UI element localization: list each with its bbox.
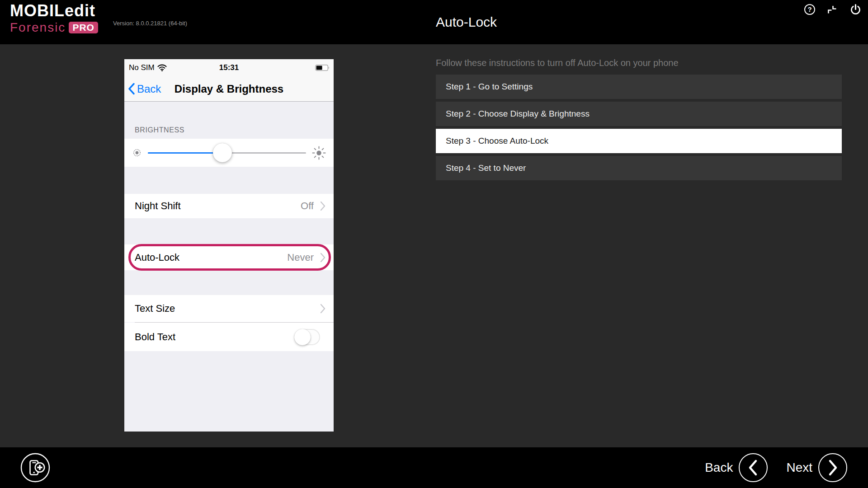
app-header: MOBILedit Forensic PRO Version: 8.0.0.21… xyxy=(0,0,868,44)
section-spacer xyxy=(124,218,334,244)
brightness-high-icon xyxy=(312,146,326,160)
bold-text-row: Bold Text xyxy=(124,323,334,351)
footer-bar: Back Next xyxy=(0,447,868,488)
clock-label: 15:31 xyxy=(124,63,334,72)
step-4-item[interactable]: Step 4 - Set to Never xyxy=(436,156,842,180)
night-shift-label: Night Shift xyxy=(135,200,301,212)
step-3-item-active[interactable]: Step 3 - Choose Auto-Lock xyxy=(436,129,842,153)
logo-forensic: Forensic xyxy=(10,21,66,34)
chevron-left-circle-icon xyxy=(738,453,768,483)
auto-lock-label: Auto-Lock xyxy=(135,252,287,263)
auto-lock-row[interactable]: Auto-Lock Never xyxy=(124,244,334,270)
back-button[interactable] xyxy=(738,453,768,483)
logo-mobiledit: MOBILedit xyxy=(10,3,98,19)
back-button-label: Back xyxy=(705,460,733,475)
brightness-low-icon xyxy=(132,148,142,158)
phone-empty-area xyxy=(124,351,334,432)
next-button[interactable] xyxy=(818,453,848,483)
chevron-right-circle-icon xyxy=(818,453,848,483)
dock-window-icon xyxy=(827,4,838,15)
phone-page-title: Display & Brightness xyxy=(124,83,334,95)
power-button[interactable] xyxy=(849,4,862,16)
brightness-slider-thumb[interactable] xyxy=(213,143,232,162)
instructions-subtitle: Follow these instructions to turn off Au… xyxy=(436,58,679,68)
bold-text-toggle[interactable] xyxy=(294,329,320,345)
page-title: Auto-Lock xyxy=(436,14,497,30)
chevron-right-icon xyxy=(320,253,326,263)
brightness-slider-track[interactable] xyxy=(148,152,306,154)
bold-text-label: Bold Text xyxy=(135,331,294,343)
main-area: No SIM 15:31 xyxy=(0,44,868,447)
text-size-label: Text Size xyxy=(135,303,320,314)
power-icon xyxy=(849,4,862,16)
version-text: Version: 8.0.0.21821 (64-bit) xyxy=(113,20,187,27)
step-2-item[interactable]: Step 2 - Choose Display & Brightness xyxy=(436,102,842,126)
brightness-section-header: BRIGHTNESS xyxy=(124,102,334,139)
phone-status-bar: No SIM 15:31 xyxy=(124,59,334,76)
night-shift-value: Off xyxy=(301,200,314,212)
auto-lock-value: Never xyxy=(287,252,314,263)
text-size-row[interactable]: Text Size xyxy=(124,295,334,322)
app-window: MOBILedit Forensic PRO Version: 8.0.0.21… xyxy=(0,0,868,488)
help-icon: ? xyxy=(804,4,815,15)
dock-window-button[interactable] xyxy=(827,4,838,15)
phone-nav-bar: Back Display & Brightness xyxy=(124,76,334,101)
night-shift-row[interactable]: Night Shift Off xyxy=(124,194,334,218)
section-spacer xyxy=(124,270,334,295)
toggle-knob xyxy=(294,329,311,345)
battery-icon xyxy=(315,65,330,71)
logo-pro-badge: PRO xyxy=(69,22,98,33)
phone-screenshot: No SIM 15:31 xyxy=(124,59,334,432)
section-spacer xyxy=(124,167,334,194)
app-logo: MOBILedit Forensic PRO xyxy=(10,3,98,34)
add-phone-icon xyxy=(20,452,51,483)
next-button-label: Next xyxy=(786,460,812,475)
chevron-right-icon xyxy=(320,304,326,314)
brightness-slider-row xyxy=(124,139,334,167)
add-phone-button[interactable] xyxy=(20,452,51,483)
brightness-section-label: BRIGHTNESS xyxy=(135,126,184,134)
help-button[interactable]: ? xyxy=(804,4,815,15)
chevron-right-icon xyxy=(320,201,326,211)
brightness-slider-fill xyxy=(148,152,222,154)
steps-list: Step 1 - Go to Settings Step 2 - Choose … xyxy=(436,75,842,183)
step-1-item[interactable]: Step 1 - Go to Settings xyxy=(436,75,842,99)
